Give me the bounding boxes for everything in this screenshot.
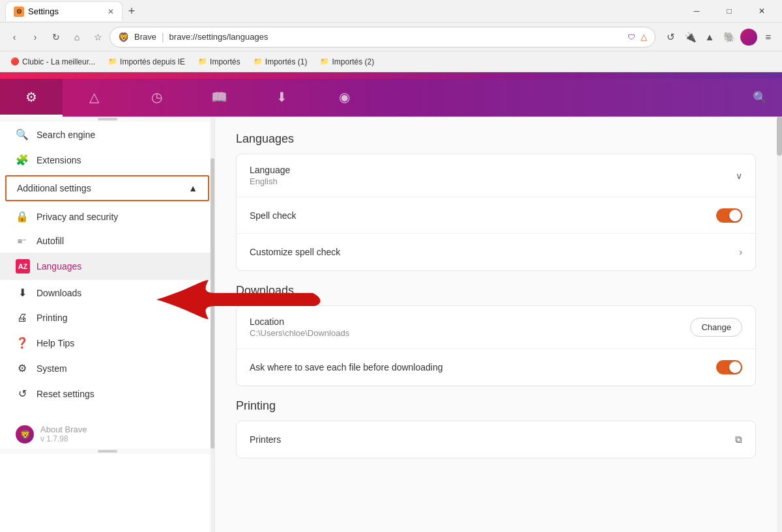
brand-name: Brave — [134, 32, 156, 42]
sidebar-item-downloads[interactable]: ⬇ Downloads — [0, 280, 214, 305]
languages-section-title: Languages — [236, 132, 756, 146]
sidebar-label-printing: Printing — [36, 313, 67, 323]
address-shield-icon: 🛡 — [628, 33, 635, 42]
bookmark-favicon-4: 📁 — [320, 57, 329, 66]
sidebar-label-system: System — [36, 363, 67, 374]
spell-check-row[interactable]: Spell check — [237, 197, 755, 234]
brave-triangle-icon: △ — [641, 32, 647, 42]
bookmark-importes[interactable]: 📁 Importés — [193, 54, 246, 70]
tabs-area: ⚙ Settings ✕ + — [5, 1, 141, 21]
sidebar-label-extensions: Extensions — [36, 155, 81, 165]
navigation-bar: ‹ › ↻ ⌂ ☆ 🦁 Brave | brave://settings/lan… — [0, 23, 782, 51]
toolbar-downloads-icon[interactable]: ⬇ — [250, 79, 313, 117]
bookmark-importes-2[interactable]: 📁 Importés (2) — [315, 54, 379, 70]
content-scrollbar-track — [777, 117, 782, 532]
downloads-card: Location C:\Users\chloe\Downloads Change… — [236, 305, 756, 386]
tab-title: Settings — [28, 7, 59, 16]
evernote-icon[interactable]: 🐘 — [721, 29, 738, 46]
sidebar-item-reset-settings[interactable]: ↺ Reset settings — [0, 381, 214, 406]
spell-check-toggle[interactable] — [716, 208, 742, 223]
sidebar-scrollbar-thumb[interactable] — [210, 158, 214, 449]
sidebar-label-search-engine: Search engine — [36, 130, 95, 140]
ask-save-row[interactable]: Ask where to save each file before downl… — [237, 349, 755, 385]
sidebar-label-reset: Reset settings — [36, 389, 94, 399]
home-button[interactable]: ⌂ — [68, 28, 86, 46]
system-icon: ⚙ — [16, 362, 29, 374]
sidebar-label-autofill: Autofill — [36, 236, 64, 246]
sidebar-item-search-engine[interactable]: 🔍 Search engine — [0, 122, 214, 147]
sidebar-label-help: Help Tips — [36, 338, 74, 348]
customize-arrow-icon: › — [739, 247, 742, 257]
language-value: English — [250, 176, 290, 186]
menu-button[interactable]: ≡ — [760, 29, 777, 46]
additional-settings-header[interactable]: Additional settings ▲ — [5, 175, 209, 201]
address-text[interactable]: brave://settings/languages — [169, 32, 622, 42]
printers-external-icon[interactable]: ⧉ — [735, 434, 742, 445]
content-scrollbar-thumb[interactable] — [777, 117, 782, 156]
sidebar-item-extensions[interactable]: 🧩 Extensions — [0, 147, 214, 173]
sidebar-item-privacy-security[interactable]: 🔒 Privacy and security — [0, 204, 214, 229]
title-bar: ⚙ Settings ✕ + ─ □ ✕ — [0, 0, 782, 23]
address-bar[interactable]: 🦁 Brave | brave://settings/languages 🛡 △ — [109, 27, 656, 48]
new-tab-button[interactable]: + — [123, 2, 141, 20]
change-button[interactable]: Change — [690, 318, 742, 337]
printing-icon: 🖨 — [16, 312, 29, 324]
toolbar-history-icon[interactable]: ◷ — [125, 79, 188, 117]
location-row[interactable]: Location C:\Users\chloe\Downloads Change — [237, 306, 755, 349]
bookmark-label-3: Importés (1) — [265, 57, 308, 66]
close-button[interactable]: ✕ — [747, 0, 777, 23]
brave-footer-logo: 🦁 — [16, 425, 34, 443]
refresh-icon[interactable]: ↺ — [662, 29, 679, 46]
toolbar-settings-icon[interactable]: ⚙ — [0, 79, 63, 117]
toolbar-shield-icon[interactable]: △ — [63, 79, 125, 117]
customize-spell-check-row[interactable]: Customize spell check › — [237, 234, 755, 270]
main-layout: 🔍 Search engine 🧩 Extensions Additional … — [0, 117, 782, 532]
extension-icon[interactable]: 🔌 — [682, 29, 699, 46]
toolbar-search-icon[interactable]: 🔍 — [748, 86, 772, 109]
scroll-down-indicator — [98, 450, 117, 453]
bookmark-icon[interactable]: ☆ — [89, 28, 107, 46]
content-area: Languages Language English ∨ Spell check… — [215, 117, 777, 532]
ask-save-toggle[interactable] — [716, 360, 742, 374]
minimize-button[interactable]: ─ — [682, 0, 712, 23]
tab-close-button[interactable]: ✕ — [108, 7, 114, 16]
settings-tab[interactable]: ⚙ Settings ✕ — [5, 1, 123, 21]
bookmark-clubic[interactable]: 🔴 Clubic - La meilleur... — [5, 54, 100, 70]
profile-icon[interactable] — [740, 29, 757, 46]
forward-button[interactable]: › — [26, 28, 44, 46]
maximize-button[interactable]: □ — [714, 0, 744, 23]
bookmark-label-0: Clubic - La meilleur... — [22, 57, 95, 66]
bookmark-favicon-0: 🔴 — [10, 57, 20, 66]
printers-row[interactable]: Printers ⧉ — [237, 421, 755, 458]
sidebar-item-printing[interactable]: 🖨 Printing — [0, 305, 214, 330]
printers-label: Printers — [250, 434, 281, 445]
about-brave-label: About Brave — [40, 425, 87, 434]
bookmark-importes-ie[interactable]: 📁 Importés depuis IE — [103, 54, 190, 70]
downloads-icon: ⬇ — [16, 287, 29, 299]
sidebar-item-languages[interactable]: AZ Languages — [0, 253, 214, 280]
sidebar-label-downloads: Downloads — [36, 288, 81, 298]
bookmarks-bar: 🔴 Clubic - La meilleur... 📁 Importés dep… — [0, 51, 782, 72]
reload-button[interactable]: ↻ — [47, 28, 65, 46]
bookmark-label-2: Importés — [210, 57, 240, 66]
brave-lion-icon: 🦁 — [118, 32, 129, 42]
sidebar-item-help-tips[interactable]: ❓ Help Tips — [0, 330, 214, 356]
sidebar-item-autofill[interactable]: ≡⁻ Autofill — [0, 229, 214, 253]
sidebar-label-privacy: Privacy and security — [36, 212, 118, 222]
toolbar-bookmarks-icon[interactable]: 📖 — [188, 79, 250, 117]
languages-card: Language English ∨ Spell check Customize… — [236, 154, 756, 271]
scroll-up-indicator — [98, 118, 117, 120]
reset-icon: ↺ — [16, 387, 29, 400]
bookmark-importes-1[interactable]: 📁 Importés (1) — [248, 54, 313, 70]
bookmark-label-4: Importés (2) — [332, 57, 374, 66]
drive-icon[interactable]: ▲ — [701, 29, 718, 46]
sidebar-item-system[interactable]: ⚙ System — [0, 356, 214, 381]
languages-icon: AZ — [16, 259, 29, 273]
printing-card: Printers ⧉ — [236, 421, 756, 458]
privacy-icon: 🔒 — [16, 210, 29, 223]
toolbar-wallet-icon[interactable]: ◉ — [313, 79, 375, 117]
bookmark-favicon-1: 📁 — [108, 57, 117, 66]
printing-section-title: Printing — [236, 399, 756, 413]
back-button[interactable]: ‹ — [5, 28, 23, 46]
language-row[interactable]: Language English ∨ — [237, 154, 755, 197]
